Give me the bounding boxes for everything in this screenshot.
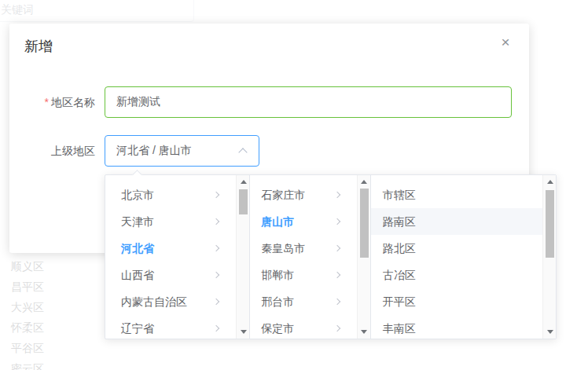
parent-region-cascader-input[interactable]: 河北省 / 唐山市 — [105, 135, 259, 167]
parent-region-label-text: 上级地区 — [51, 145, 95, 157]
cascader-option[interactable]: 山西省 — [105, 262, 236, 288]
cascader-option-hovered[interactable]: 路南区 — [371, 208, 542, 235]
cascader-option[interactable]: 古冶区 — [371, 262, 542, 288]
chevron-right-icon — [334, 218, 340, 225]
chevron-up-icon — [238, 148, 247, 156]
cascader-option[interactable]: 邢台市 — [250, 288, 356, 315]
scroll-up-arrow[interactable] — [543, 175, 557, 189]
scroll-up-arrow[interactable] — [237, 175, 250, 189]
cascader-option[interactable]: 丰南区 — [371, 315, 542, 342]
chevron-right-icon — [334, 272, 340, 278]
city-list: 石家庄市 唐山市 秦皇岛市 邯郸市 邢台市 保定市 — [250, 175, 369, 348]
district-list: 市辖区 路南区 路北区 古冶区 开平区 丰南区 — [371, 175, 556, 348]
option-label: 秦皇岛市 — [261, 242, 305, 255]
option-label: 保定市 — [261, 322, 294, 335]
cascader-option[interactable]: 邯郸市 — [250, 262, 356, 288]
province-list: 北京市 天津市 河北省 山西省 内蒙古自治区 辽宁省 — [105, 175, 249, 348]
chevron-right-icon — [213, 325, 219, 332]
cascader-option[interactable]: 市辖区 — [371, 181, 542, 208]
app-root: 关键词 市辖区 东城区 西城区 朝阳区 丰台区 石景山区 海淀区 门头沟区 房山… — [0, 0, 588, 370]
chevron-right-icon — [334, 192, 340, 198]
option-label: 邢台市 — [261, 295, 294, 308]
scrollbar-thumb[interactable] — [360, 189, 369, 258]
scrollbar-thumb[interactable] — [239, 189, 248, 214]
dialog-title: 新增 — [24, 36, 53, 57]
cascader-option[interactable]: 保定市 — [250, 315, 356, 342]
option-label: 天津市 — [121, 215, 154, 228]
chevron-right-icon — [334, 245, 340, 251]
region-name-input[interactable]: 新增测试 — [105, 86, 512, 118]
cascader-option-active[interactable]: 唐山市 — [250, 208, 356, 235]
option-label: 邯郸市 — [261, 269, 294, 281]
chevron-right-icon — [213, 272, 219, 278]
cascader-option[interactable]: 内蒙古自治区 — [105, 288, 236, 315]
cascader-option[interactable]: 北京市 — [105, 181, 236, 208]
cascader-panel-provinces: 北京市 天津市 河北省 山西省 内蒙古自治区 辽宁省 — [105, 175, 250, 339]
chevron-right-icon — [213, 299, 219, 305]
parent-region-label: 上级地区 — [17, 143, 95, 159]
option-label: 河北省 — [121, 242, 154, 255]
scroll-down-arrow[interactable] — [237, 325, 250, 339]
cascader-panel-districts: 市辖区 路南区 路北区 古冶区 开平区 丰南区 — [371, 175, 556, 339]
scrollbar[interactable] — [236, 175, 249, 339]
option-label: 石家庄市 — [261, 189, 305, 201]
option-label: 辽宁省 — [121, 322, 154, 335]
option-label: 山西省 — [121, 269, 154, 281]
region-name-value: 新增测试 — [116, 95, 160, 109]
option-label: 古冶区 — [383, 269, 416, 281]
chevron-right-icon — [334, 325, 340, 332]
cascader-panel-cities: 石家庄市 唐山市 秦皇岛市 邯郸市 邢台市 保定市 — [250, 175, 370, 339]
parent-region-value: 河北省 / 唐山市 — [116, 144, 192, 158]
cascader-option[interactable]: 秦皇岛市 — [250, 235, 356, 262]
cascader-option[interactable]: 开平区 — [371, 288, 542, 315]
region-name-label-text: 地区名称 — [51, 96, 95, 108]
scroll-up-arrow[interactable] — [358, 175, 371, 189]
option-label: 开平区 — [383, 295, 416, 308]
option-label: 路南区 — [383, 215, 416, 228]
region-name-label: *地区名称 — [17, 94, 95, 110]
required-asterisk: * — [45, 96, 49, 108]
chevron-right-icon — [213, 218, 219, 225]
option-label: 路北区 — [383, 242, 416, 255]
cascader-option-active[interactable]: 河北省 — [105, 235, 236, 262]
cascader-option[interactable]: 辽宁省 — [105, 315, 236, 342]
option-label: 北京市 — [121, 189, 154, 201]
chevron-right-icon — [213, 192, 219, 198]
scroll-down-arrow[interactable] — [543, 325, 557, 339]
option-label: 内蒙古自治区 — [121, 295, 187, 308]
cascader-option[interactable]: 路北区 — [371, 235, 542, 262]
scrollbar-thumb[interactable] — [546, 190, 554, 258]
option-label: 唐山市 — [261, 215, 294, 228]
scrollbar[interactable] — [542, 175, 556, 339]
close-icon[interactable]: × — [496, 33, 515, 52]
option-label: 丰南区 — [383, 322, 416, 335]
cascader-dropdown: 北京市 天津市 河北省 山西省 内蒙古自治区 辽宁省 石家庄市 唐山市 秦皇岛市… — [105, 174, 557, 339]
chevron-right-icon — [213, 245, 219, 251]
chevron-right-icon — [334, 299, 340, 305]
scroll-down-arrow[interactable] — [358, 325, 371, 339]
cascader-option[interactable]: 天津市 — [105, 208, 236, 235]
cascader-option[interactable]: 石家庄市 — [250, 181, 356, 208]
scrollbar[interactable] — [357, 175, 370, 339]
option-label: 市辖区 — [383, 189, 416, 201]
